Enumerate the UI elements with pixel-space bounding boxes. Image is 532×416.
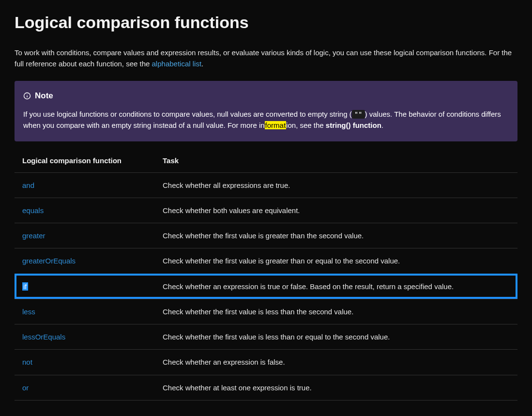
- string-function-link[interactable]: string() function: [326, 121, 381, 129]
- table-row: greaterCheck whether the first value is …: [15, 223, 517, 248]
- table-header-row: Logical comparison function Task: [15, 148, 517, 172]
- task-cell: Check whether the first value is less th…: [155, 324, 517, 350]
- function-cell: or: [15, 375, 155, 400]
- table-row: greaterOrEqualsCheck whether the first v…: [15, 248, 517, 274]
- note-body: If you use logical functions or conditio…: [23, 108, 509, 131]
- task-cell: Check whether an expression is true or f…: [155, 274, 517, 299]
- task-cell: Check whether the first value is greater…: [155, 223, 517, 248]
- task-cell: Check whether the first value is less th…: [155, 299, 517, 324]
- function-cell: if: [15, 274, 155, 299]
- svg-point-2: [27, 94, 28, 94]
- table-row: notCheck whether an expression is false.: [15, 350, 517, 375]
- page-title: Logical comparison functions: [15, 10, 517, 35]
- note-text-4: .: [381, 121, 383, 129]
- table-row: lessCheck whether the first value is les…: [15, 299, 517, 324]
- task-cell: Check whether at least one expression is…: [155, 375, 517, 400]
- task-cell: Check whether an expression is false.: [155, 350, 517, 375]
- function-cell: greaterOrEquals: [15, 248, 155, 274]
- col-header-task: Task: [155, 148, 517, 172]
- task-cell: Check whether both values are equivalent…: [155, 198, 517, 223]
- note-label: Note: [35, 90, 53, 102]
- table-row: orCheck whether at least one expression …: [15, 375, 517, 400]
- function-link-equals[interactable]: equals: [22, 206, 44, 215]
- function-cell: not: [15, 350, 155, 375]
- function-link-less[interactable]: less: [22, 308, 35, 316]
- function-cell: less: [15, 299, 155, 324]
- table-row: lessOrEqualsCheck whether the first valu…: [15, 324, 517, 350]
- task-cell: Check whether the first value is greater…: [155, 248, 517, 274]
- intro-text-before: To work with conditions, compare values …: [15, 48, 512, 68]
- note-text-3: ion, see the: [286, 121, 326, 129]
- empty-string-code: "": [352, 110, 365, 119]
- function-link-not[interactable]: not: [22, 358, 32, 366]
- task-cell: Check whether all expressions are true.: [155, 172, 517, 198]
- highlighted-text: format: [265, 121, 287, 129]
- table-row: ifCheck whether an expression is true or…: [15, 274, 517, 299]
- intro-text-after: .: [201, 60, 203, 68]
- table-row: equalsCheck whether both values are equi…: [15, 198, 517, 223]
- note-callout: Note If you use logical functions or con…: [15, 81, 517, 141]
- table-row: andCheck whether all expressions are tru…: [15, 172, 517, 198]
- alphabetical-list-link[interactable]: alphabetical list: [152, 60, 202, 68]
- function-cell: equals: [15, 198, 155, 223]
- function-link-greaterOrEquals[interactable]: greaterOrEquals: [22, 257, 76, 265]
- intro-paragraph: To work with conditions, compare values …: [15, 47, 517, 70]
- note-text-1: If you use logical functions or conditio…: [23, 110, 352, 118]
- function-cell: lessOrEquals: [15, 324, 155, 350]
- functions-table: Logical comparison function Task andChec…: [15, 148, 517, 401]
- function-cell: greater: [15, 223, 155, 248]
- function-link-or[interactable]: or: [22, 384, 29, 392]
- function-link-lessOrEquals[interactable]: lessOrEquals: [22, 333, 65, 341]
- function-link-and[interactable]: and: [22, 181, 34, 189]
- info-icon: [23, 92, 31, 100]
- note-header: Note: [23, 90, 509, 102]
- function-link-greater[interactable]: greater: [22, 231, 46, 240]
- function-link-if[interactable]: if: [22, 282, 28, 291]
- function-cell: and: [15, 172, 155, 198]
- col-header-function: Logical comparison function: [15, 148, 155, 172]
